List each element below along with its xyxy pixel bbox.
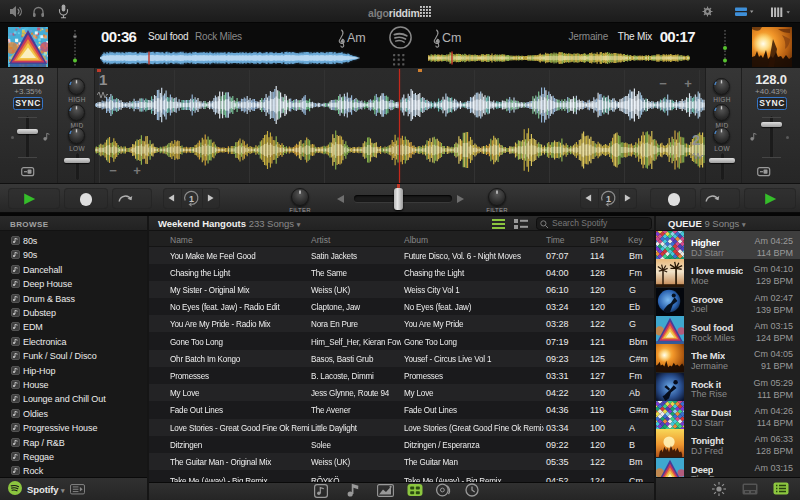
svg-text:1: 1	[189, 194, 194, 204]
svg-text:1: 1	[606, 194, 611, 204]
